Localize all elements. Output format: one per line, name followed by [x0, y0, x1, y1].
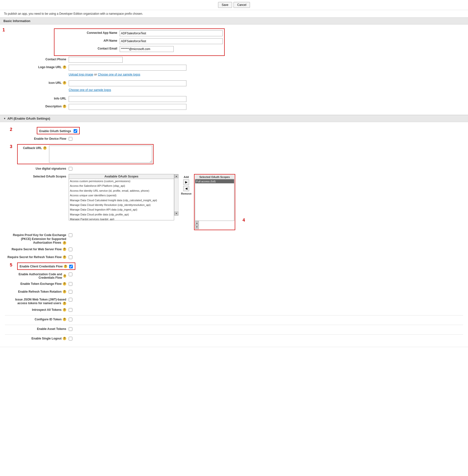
sample-logos-link-2[interactable]: Choose one of our sample logos: [69, 88, 111, 92]
require-secret-web-row: Require Secret for Web Server Flow ?: [5, 247, 463, 253]
scope-item[interactable]: Access custom permissions (custom_permis…: [69, 179, 174, 183]
callback-info-icon: ?: [43, 146, 47, 150]
contact-email-input[interactable]: [120, 46, 174, 52]
enable-single-logout-checkbox[interactable]: [69, 337, 72, 340]
enable-auth-code-row: Enable Authorization Code and Credential…: [5, 272, 463, 280]
configure-id-token-info-icon: ?: [63, 318, 66, 321]
available-scopes-header: Available OAuth Scopes: [69, 174, 174, 179]
logo-info-icon: ?: [63, 65, 66, 69]
pkce-info-icon: ?: [63, 241, 66, 245]
scope-item[interactable]: Manage Data Cloud profile data (cdp_prof…: [69, 212, 174, 217]
upload-logo-link[interactable]: Upload logo image: [69, 73, 93, 76]
enable-token-exchange-label: Enable Token Exchange Flow ?: [5, 281, 69, 286]
contact-email-row: Contact Email: [56, 46, 223, 52]
enable-asset-tokens-checkbox[interactable]: [69, 327, 72, 331]
pkce-label: Require Proof Key for Code Exchange (PKC…: [5, 233, 69, 245]
remove-scope-button[interactable]: ◀: [183, 186, 189, 191]
contact-phone-row: Contact Phone: [5, 57, 463, 63]
selected-scroll-up[interactable]: ▲: [195, 221, 199, 225]
enable-device-flow-checkbox[interactable]: [69, 137, 72, 141]
require-secret-refresh-row: Require Secret for Refresh Token Flow ?: [5, 255, 463, 261]
callback-url-textarea[interactable]: [49, 146, 152, 163]
save-button[interactable]: Save: [218, 2, 232, 8]
require-secret-refresh-checkbox[interactable]: [69, 255, 72, 259]
configure-id-token-label: Configure ID Token ?: [5, 317, 69, 321]
scope-item[interactable]: Access unique user identifiers (openid): [69, 193, 174, 198]
collapse-triangle[interactable]: ▼: [3, 117, 6, 120]
add-remove-panel: Add ▶ ◀ Remove: [178, 174, 194, 196]
callback-url-row: 3 Callback URL ?: [15, 144, 463, 164]
basic-info-title: Basic Information: [3, 19, 30, 23]
scope-item[interactable]: Manage Pardot services (pardot_api): [69, 217, 174, 220]
logo-links-row: Upload logo image or Choose one of our s…: [5, 72, 463, 78]
logo-image-url-row: Logo Image URL ?: [5, 65, 463, 70]
scope-item[interactable]: Access the Salesforce API Platform (sfap…: [69, 183, 174, 188]
annotation-5: 5: [10, 263, 12, 268]
api-name-input[interactable]: [120, 38, 223, 44]
logo-image-url-input[interactable]: [69, 65, 186, 70]
enable-refresh-rotation-checkbox[interactable]: [69, 290, 72, 294]
scope-item[interactable]: Manage Data Cloud Calculated Insight dat…: [69, 198, 174, 203]
selected-scope-item[interactable]: Full access (full): [195, 179, 234, 183]
enable-oauth-row: 2 Enable OAuth Settings: [34, 127, 463, 134]
enable-refresh-rotation-row: Enable Refresh Token Rotation ?: [5, 289, 463, 295]
description-row: Description ?: [5, 104, 463, 110]
icon-url-row: Icon URL ?: [5, 80, 463, 86]
scope-item[interactable]: Manage Data Cloud Identity Resolution (c…: [69, 203, 174, 207]
info-url-input[interactable]: [69, 96, 186, 102]
available-scopes-scrollbar: ▲ ▼: [174, 174, 178, 216]
enable-client-credentials-row: 5 Enable Client Credentials Flow ?: [15, 263, 463, 270]
scroll-down-arrow[interactable]: ▼: [175, 211, 178, 215]
cancel-button[interactable]: Cancel: [234, 2, 250, 8]
annotation-2: 2: [10, 127, 12, 132]
selected-oauth-scopes-label: Selected OAuth Scopes: [5, 174, 69, 178]
use-digital-signatures-checkbox[interactable]: [69, 167, 72, 171]
icon-url-input[interactable]: [69, 80, 186, 86]
connected-app-name-input[interactable]: [120, 30, 223, 36]
pkce-row: Require Proof Key for Code Exchange (PKC…: [5, 233, 463, 245]
enable-refresh-rotation-info-icon: ?: [63, 290, 66, 294]
api-section: 2 Enable OAuth Settings Enable for Devic…: [0, 122, 468, 347]
enable-refresh-rotation-label: Enable Refresh Token Rotation ?: [5, 289, 69, 294]
description-input[interactable]: [69, 104, 186, 110]
info-url-row: Info URL: [5, 96, 463, 102]
enable-token-exchange-checkbox[interactable]: [69, 282, 72, 286]
scope-item[interactable]: Access the identity URL service (id, pro…: [69, 188, 174, 193]
logo-image-url-label: Logo Image URL ?: [5, 65, 69, 69]
connected-app-name-label: Connected App Name: [56, 30, 120, 35]
contact-phone-label: Contact Phone: [5, 57, 69, 61]
contact-phone-input[interactable]: [69, 57, 123, 63]
pkce-checkbox[interactable]: [69, 233, 72, 237]
description-info-icon: ?: [63, 105, 66, 108]
configure-id-token-row: Configure ID Token ?: [5, 317, 463, 323]
connected-app-name-row: Connected App Name: [56, 30, 223, 36]
enable-single-logout-info-icon: ?: [63, 337, 66, 340]
configure-id-token-checkbox[interactable]: [69, 318, 72, 321]
issue-jwt-checkbox[interactable]: [69, 298, 72, 301]
api-name-row: API Name: [56, 38, 223, 44]
annotation-3: 3: [10, 144, 12, 149]
enable-auth-code-checkbox[interactable]: [69, 273, 72, 276]
enable-device-flow-row: Enable for Device Flow: [5, 136, 463, 142]
selected-scroll-down[interactable]: ▼: [195, 225, 199, 229]
enable-oauth-checkbox[interactable]: [73, 129, 77, 133]
introspect-all-checkbox[interactable]: [69, 308, 72, 312]
require-secret-refresh-label: Require Secret for Refresh Token Flow ?: [5, 255, 69, 259]
scroll-up-arrow[interactable]: ▲: [175, 174, 178, 178]
basic-info-header: Basic Information: [0, 17, 468, 25]
sample-logos-link-1[interactable]: Choose one of our sample logos: [98, 73, 140, 76]
icon-url-label: Icon URL ?: [5, 80, 69, 84]
enable-single-logout-label: Enable Single Logout ?: [5, 336, 69, 340]
api-name-label: API Name: [56, 38, 120, 42]
info-url-label: Info URL: [5, 96, 69, 100]
enable-client-credentials-label: Enable Client Credentials Flow ?: [20, 264, 68, 268]
scope-item[interactable]: Manage Data Cloud Ingestion API data (cd…: [69, 207, 174, 212]
introspect-all-label: Introspect All Tokens ?: [5, 307, 69, 311]
enable-client-credentials-checkbox[interactable]: [69, 265, 73, 268]
enable-single-logout-row: Enable Single Logout ?: [5, 336, 463, 342]
enable-client-credentials-info-icon: ?: [64, 265, 67, 268]
add-scope-button[interactable]: ▶: [183, 179, 189, 185]
require-secret-web-checkbox[interactable]: [69, 248, 72, 251]
top-bar: Save Cancel: [0, 0, 468, 10]
annotation-4: 4: [243, 218, 245, 223]
